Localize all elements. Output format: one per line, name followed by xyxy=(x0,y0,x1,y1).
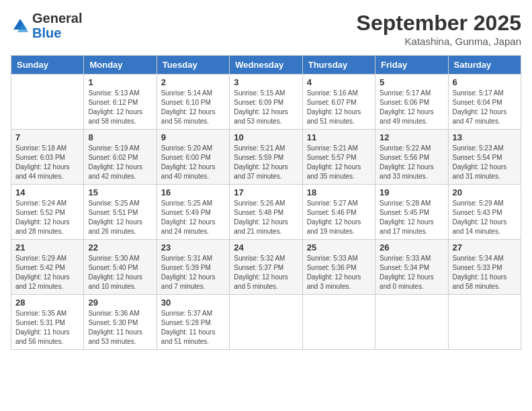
calendar-cell: 19Sunrise: 5:28 AMSunset: 5:45 PMDayligh… xyxy=(375,185,448,240)
day-info: Sunrise: 5:21 AMSunset: 5:59 PMDaylight:… xyxy=(234,144,298,181)
day-info: Sunrise: 5:31 AMSunset: 5:39 PMDaylight:… xyxy=(161,254,225,291)
day-info: Sunrise: 5:17 AMSunset: 6:04 PMDaylight:… xyxy=(453,89,517,126)
weekday-header-wednesday: Wednesday xyxy=(230,56,302,75)
day-number: 16 xyxy=(161,187,225,197)
day-number: 21 xyxy=(15,242,79,253)
day-number: 9 xyxy=(161,132,225,142)
day-info: Sunrise: 5:28 AMSunset: 5:45 PMDaylight:… xyxy=(380,199,443,236)
location-title: Katashina, Gunma, Japan xyxy=(357,36,521,47)
calendar-cell: 2Sunrise: 5:14 AMSunset: 6:10 PMDaylight… xyxy=(157,75,229,130)
day-info: Sunrise: 5:21 AMSunset: 5:57 PMDaylight:… xyxy=(307,144,371,181)
calendar-cell: 16Sunrise: 5:25 AMSunset: 5:49 PMDayligh… xyxy=(157,185,229,240)
calendar-week-row: 14Sunrise: 5:24 AMSunset: 5:52 PMDayligh… xyxy=(11,185,521,240)
calendar-week-row: 21Sunrise: 5:29 AMSunset: 5:42 PMDayligh… xyxy=(11,240,521,295)
day-number: 5 xyxy=(380,77,443,87)
calendar-cell: 23Sunrise: 5:31 AMSunset: 5:39 PMDayligh… xyxy=(157,240,229,295)
day-number: 27 xyxy=(453,242,517,253)
day-info: Sunrise: 5:26 AMSunset: 5:48 PMDaylight:… xyxy=(234,199,298,236)
day-info: Sunrise: 5:32 AMSunset: 5:37 PMDaylight:… xyxy=(234,254,298,291)
calendar-cell: 25Sunrise: 5:33 AMSunset: 5:36 PMDayligh… xyxy=(302,240,375,295)
calendar-cell xyxy=(11,75,84,130)
calendar-cell: 18Sunrise: 5:27 AMSunset: 5:46 PMDayligh… xyxy=(302,185,375,240)
day-number: 4 xyxy=(307,77,371,87)
calendar-cell: 15Sunrise: 5:25 AMSunset: 5:51 PMDayligh… xyxy=(84,185,157,240)
weekday-header-row: SundayMondayTuesdayWednesdayThursdayFrid… xyxy=(11,56,521,75)
calendar-cell xyxy=(230,295,302,350)
weekday-header-thursday: Thursday xyxy=(302,56,375,75)
weekday-header-saturday: Saturday xyxy=(448,56,521,75)
calendar-cell: 28Sunrise: 5:35 AMSunset: 5:31 PMDayligh… xyxy=(11,295,84,350)
day-number: 28 xyxy=(15,298,79,308)
calendar-week-row: 28Sunrise: 5:35 AMSunset: 5:31 PMDayligh… xyxy=(11,295,521,350)
day-number: 7 xyxy=(15,132,79,142)
calendar-cell: 27Sunrise: 5:34 AMSunset: 5:33 PMDayligh… xyxy=(448,240,521,295)
logo-blue-text: Blue xyxy=(32,26,61,40)
day-number: 17 xyxy=(234,187,298,197)
logo-general-text: General xyxy=(32,11,82,26)
day-number: 24 xyxy=(234,242,298,253)
day-number: 30 xyxy=(161,298,225,308)
day-info: Sunrise: 5:27 AMSunset: 5:46 PMDaylight:… xyxy=(307,199,371,236)
day-number: 6 xyxy=(453,77,517,87)
day-number: 13 xyxy=(453,132,517,142)
logo-icon xyxy=(11,16,30,35)
calendar-week-row: 1Sunrise: 5:13 AMSunset: 6:12 PMDaylight… xyxy=(11,75,521,130)
calendar-cell: 6Sunrise: 5:17 AMSunset: 6:04 PMDaylight… xyxy=(448,75,521,130)
weekday-header-monday: Monday xyxy=(84,56,157,75)
calendar-cell xyxy=(448,295,521,350)
calendar-cell: 20Sunrise: 5:29 AMSunset: 5:43 PMDayligh… xyxy=(448,185,521,240)
calendar-cell: 13Sunrise: 5:23 AMSunset: 5:54 PMDayligh… xyxy=(448,130,521,185)
day-number: 11 xyxy=(307,132,371,142)
day-number: 29 xyxy=(88,298,152,308)
day-number: 10 xyxy=(234,132,298,142)
calendar-cell: 3Sunrise: 5:15 AMSunset: 6:09 PMDaylight… xyxy=(230,75,302,130)
calendar-cell xyxy=(375,295,448,350)
calendar-cell: 12Sunrise: 5:22 AMSunset: 5:56 PMDayligh… xyxy=(375,130,448,185)
day-info: Sunrise: 5:24 AMSunset: 5:52 PMDaylight:… xyxy=(15,199,79,236)
day-number: 25 xyxy=(307,242,371,253)
day-number: 14 xyxy=(15,187,79,197)
day-number: 18 xyxy=(307,187,371,197)
calendar-cell: 11Sunrise: 5:21 AMSunset: 5:57 PMDayligh… xyxy=(302,130,375,185)
calendar-cell: 10Sunrise: 5:21 AMSunset: 5:59 PMDayligh… xyxy=(230,130,302,185)
weekday-header-sunday: Sunday xyxy=(11,56,84,75)
day-number: 26 xyxy=(380,242,443,253)
calendar-cell: 14Sunrise: 5:24 AMSunset: 5:52 PMDayligh… xyxy=(11,185,84,240)
calendar-cell xyxy=(302,295,375,350)
calendar-cell: 17Sunrise: 5:26 AMSunset: 5:48 PMDayligh… xyxy=(230,185,302,240)
day-info: Sunrise: 5:17 AMSunset: 6:06 PMDaylight:… xyxy=(380,89,443,126)
day-number: 15 xyxy=(88,187,152,197)
calendar-cell: 22Sunrise: 5:30 AMSunset: 5:40 PMDayligh… xyxy=(84,240,157,295)
day-info: Sunrise: 5:33 AMSunset: 5:36 PMDaylight:… xyxy=(307,254,371,291)
calendar-week-row: 7Sunrise: 5:18 AMSunset: 6:03 PMDaylight… xyxy=(11,130,521,185)
day-info: Sunrise: 5:18 AMSunset: 6:03 PMDaylight:… xyxy=(15,144,79,181)
day-number: 1 xyxy=(88,77,152,87)
calendar-cell: 24Sunrise: 5:32 AMSunset: 5:37 PMDayligh… xyxy=(230,240,302,295)
header: General Blue September 2025 Katashina, G… xyxy=(11,11,521,47)
day-number: 3 xyxy=(234,77,298,87)
calendar-cell: 5Sunrise: 5:17 AMSunset: 6:06 PMDaylight… xyxy=(375,75,448,130)
day-info: Sunrise: 5:35 AMSunset: 5:31 PMDaylight:… xyxy=(15,309,79,347)
calendar-cell: 26Sunrise: 5:33 AMSunset: 5:34 PMDayligh… xyxy=(375,240,448,295)
calendar-cell: 30Sunrise: 5:37 AMSunset: 5:28 PMDayligh… xyxy=(157,295,229,350)
calendar-cell: 21Sunrise: 5:29 AMSunset: 5:42 PMDayligh… xyxy=(11,240,84,295)
day-info: Sunrise: 5:20 AMSunset: 6:00 PMDaylight:… xyxy=(161,144,225,181)
calendar-cell: 9Sunrise: 5:20 AMSunset: 6:00 PMDaylight… xyxy=(157,130,229,185)
day-info: Sunrise: 5:36 AMSunset: 5:30 PMDaylight:… xyxy=(88,309,152,347)
day-number: 8 xyxy=(88,132,152,142)
day-info: Sunrise: 5:30 AMSunset: 5:40 PMDaylight:… xyxy=(88,254,152,291)
calendar-cell: 8Sunrise: 5:19 AMSunset: 6:02 PMDaylight… xyxy=(84,130,157,185)
month-title: September 2025 xyxy=(357,11,521,36)
day-number: 12 xyxy=(380,132,443,142)
day-info: Sunrise: 5:15 AMSunset: 6:09 PMDaylight:… xyxy=(234,89,298,126)
day-info: Sunrise: 5:16 AMSunset: 6:07 PMDaylight:… xyxy=(307,89,371,126)
day-info: Sunrise: 5:22 AMSunset: 5:56 PMDaylight:… xyxy=(380,144,443,181)
day-info: Sunrise: 5:33 AMSunset: 5:34 PMDaylight:… xyxy=(380,254,443,291)
calendar-cell: 1Sunrise: 5:13 AMSunset: 6:12 PMDaylight… xyxy=(84,75,157,130)
day-number: 23 xyxy=(161,242,225,253)
day-info: Sunrise: 5:19 AMSunset: 6:02 PMDaylight:… xyxy=(88,144,152,181)
day-info: Sunrise: 5:37 AMSunset: 5:28 PMDaylight:… xyxy=(161,309,225,347)
day-info: Sunrise: 5:29 AMSunset: 5:43 PMDaylight:… xyxy=(453,199,517,236)
calendar-table: SundayMondayTuesdayWednesdayThursdayFrid… xyxy=(11,55,521,350)
day-info: Sunrise: 5:23 AMSunset: 5:54 PMDaylight:… xyxy=(453,144,517,181)
